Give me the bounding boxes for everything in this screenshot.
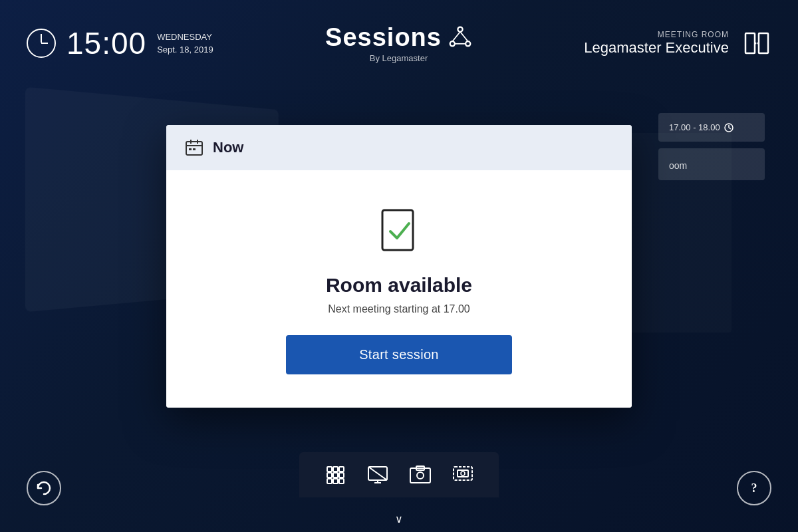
svg-point-2 (466, 41, 470, 46)
meeting-room-label: MEETING ROOM (584, 30, 729, 39)
network-icon (448, 25, 472, 51)
svg-rect-37 (454, 467, 472, 480)
svg-point-0 (458, 27, 462, 31)
next-meeting-text: Next meeting starting at 17.00 (328, 303, 469, 315)
bottom-toolbar (299, 452, 499, 497)
svg-rect-21 (327, 467, 332, 471)
help-icon[interactable]: ? (737, 471, 771, 505)
header-center: Sessions By Legamaster (325, 23, 472, 63)
no-screen-icon[interactable] (362, 459, 394, 491)
app-byline: By Legamaster (370, 53, 428, 63)
svg-rect-18 (193, 148, 196, 150)
meeting-room-name: Legamaster Executive (584, 39, 729, 57)
main-content: Now Room available Next meeting starting… (0, 86, 798, 446)
svg-rect-25 (333, 473, 338, 477)
time-display: 15:00 (66, 25, 146, 61)
date-label: Sept. 18, 2019 (157, 43, 213, 57)
available-icon (376, 203, 422, 259)
calendar-icon (185, 138, 203, 157)
header-left: 15:00 WEDNESDAY Sept. 18, 2019 (27, 25, 213, 61)
svg-rect-24 (327, 473, 332, 477)
refresh-button[interactable] (27, 471, 61, 505)
chevron-down-icon[interactable]: ∨ (395, 513, 403, 525)
day-label: WEDNESDAY (157, 31, 213, 44)
framed-screenshot-icon[interactable] (447, 459, 479, 491)
svg-text:?: ? (751, 481, 757, 495)
header: 15:00 WEDNESDAY Sept. 18, 2019 Sessions … (0, 0, 798, 86)
bottom-bar: ∨ (0, 446, 798, 532)
modal-header-title: Now (213, 139, 243, 156)
start-session-button[interactable]: Start session (286, 335, 512, 374)
svg-rect-26 (339, 473, 344, 477)
svg-point-9 (757, 43, 759, 45)
svg-rect-17 (189, 148, 192, 150)
help-button[interactable]: ? (737, 471, 771, 505)
svg-rect-23 (339, 467, 344, 471)
meeting-room-info: MEETING ROOM Legamaster Executive (584, 30, 729, 57)
svg-rect-6 (745, 33, 755, 53)
svg-point-39 (461, 471, 465, 475)
svg-point-35 (417, 472, 424, 479)
clock-icon (27, 29, 56, 58)
screenshot-icon[interactable] (404, 459, 436, 491)
svg-rect-28 (333, 479, 338, 483)
svg-point-1 (450, 41, 455, 46)
door-icon (742, 29, 771, 58)
modal-body: Room available Next meeting starting at … (166, 170, 632, 408)
date-display: WEDNESDAY Sept. 18, 2019 (157, 31, 213, 57)
svg-line-4 (460, 31, 468, 41)
svg-line-3 (452, 31, 460, 41)
svg-rect-7 (759, 33, 768, 53)
svg-point-8 (755, 43, 757, 45)
svg-rect-19 (382, 210, 413, 250)
grid-icon[interactable] (319, 459, 351, 491)
app-name: Sessions (325, 23, 442, 52)
logo-row: Sessions (325, 23, 472, 52)
svg-rect-29 (339, 479, 344, 483)
svg-line-31 (368, 467, 387, 480)
svg-rect-27 (327, 479, 332, 483)
modal-header: Now (166, 125, 632, 170)
refresh-icon[interactable] (27, 471, 61, 505)
modal-card: Now Room available Next meeting starting… (166, 125, 632, 408)
header-right: MEETING ROOM Legamaster Executive (584, 29, 771, 58)
room-available-title: Room available (326, 274, 472, 297)
svg-rect-22 (333, 467, 338, 471)
